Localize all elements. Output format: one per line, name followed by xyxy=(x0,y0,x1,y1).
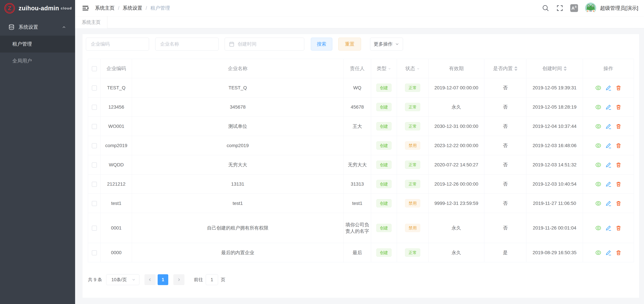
row-checkbox[interactable] xyxy=(92,124,97,129)
avatar[interactable] xyxy=(585,3,596,14)
status-badge: 正常 xyxy=(405,122,420,130)
app-logo[interactable]: Z zuihou-admin cloud xyxy=(0,0,75,16)
company-code-input[interactable] xyxy=(86,38,149,51)
search-button[interactable]: 搜索 xyxy=(311,38,332,51)
page-size-select[interactable]: 10条/页 xyxy=(106,274,140,285)
prev-page-button[interactable] xyxy=(144,274,156,285)
edit-icon[interactable] xyxy=(605,104,612,110)
pagination: 共 9 条 10条/页 1 前往 页 xyxy=(88,274,225,285)
cell-company-code: WQDD xyxy=(101,155,132,174)
fullscreen-icon[interactable] xyxy=(556,5,564,12)
sort-caret-icon[interactable] xyxy=(564,65,567,73)
app-title: zuihou-admin xyxy=(18,5,59,12)
row-actions xyxy=(584,250,632,256)
view-icon[interactable] xyxy=(595,104,601,110)
delete-icon[interactable] xyxy=(616,104,622,110)
cell-created-time: 2019-12-05 18:28:19 xyxy=(526,97,583,117)
cell-validity: 永久 xyxy=(428,243,484,262)
table-row: WO001 测试单位 王大 创建 正常 2030-12-31 00:00:00 … xyxy=(88,117,634,136)
delete-icon[interactable] xyxy=(616,250,622,256)
delete-icon[interactable] xyxy=(616,200,622,206)
app-title-badge: cloud xyxy=(61,6,72,10)
language-icon-sup: 文 xyxy=(575,6,577,9)
edit-icon[interactable] xyxy=(605,250,612,256)
row-checkbox[interactable] xyxy=(92,86,97,91)
edit-icon[interactable] xyxy=(605,225,612,231)
delete-icon[interactable] xyxy=(616,85,622,91)
select-all-checkbox[interactable] xyxy=(92,66,97,71)
breadcrumb-item-home[interactable]: 系统主页 xyxy=(95,5,114,12)
language-icon[interactable]: A文 xyxy=(570,4,578,12)
cell-validity: 9999-12-31 23:59:59 xyxy=(428,194,484,213)
row-actions xyxy=(584,85,632,91)
view-icon[interactable] xyxy=(595,181,601,187)
company-name-input[interactable] xyxy=(155,38,218,51)
cell-company-name: comp2019 xyxy=(132,136,344,155)
col-header-actions: 操作 xyxy=(583,59,634,78)
status-badge: 禁用 xyxy=(405,141,420,150)
status-badge: 正常 xyxy=(405,248,420,257)
current-user-name[interactable]: 超级管理员[演示] xyxy=(600,5,638,12)
filter-arrow-icon[interactable] xyxy=(416,67,420,70)
view-icon[interactable] xyxy=(595,162,601,168)
delete-icon[interactable] xyxy=(616,181,622,187)
table-row: 2121212 13131 31313 创建 正常 2019-12-26 00:… xyxy=(88,174,634,194)
next-page-button[interactable] xyxy=(173,274,184,285)
type-badge: 创建 xyxy=(376,122,392,130)
goto-page-input[interactable] xyxy=(206,274,218,285)
row-checkbox[interactable] xyxy=(92,143,97,148)
type-badge: 创建 xyxy=(376,161,392,169)
tenant-card: 搜索 重置 更多操作 企业编码 企业名称 责 xyxy=(82,34,639,298)
collapse-sidebar-icon[interactable] xyxy=(82,4,89,12)
row-checkbox[interactable] xyxy=(92,250,97,255)
row-checkbox[interactable] xyxy=(92,105,97,110)
row-checkbox[interactable] xyxy=(92,162,97,168)
view-icon[interactable] xyxy=(595,250,601,256)
col-header-status: 状态 xyxy=(405,65,415,72)
sidebar-item-label: 全局用户 xyxy=(12,58,32,64)
cell-created-time: 2019-12-03 16:48:06 xyxy=(526,136,583,155)
row-checkbox[interactable] xyxy=(92,182,97,187)
edit-icon[interactable] xyxy=(605,200,612,206)
reset-button[interactable]: 重置 xyxy=(338,38,361,51)
sidebar-item-global-users[interactable]: 全局用户 xyxy=(0,53,75,69)
edit-icon[interactable] xyxy=(605,162,612,168)
edit-icon[interactable] xyxy=(605,123,612,129)
delete-icon[interactable] xyxy=(616,123,622,129)
filter-arrow-icon[interactable] xyxy=(388,67,391,70)
edit-icon[interactable] xyxy=(605,85,612,91)
sidebar-item-tenant-management[interactable]: 租户管理 xyxy=(0,36,75,53)
view-icon[interactable] xyxy=(595,200,601,206)
view-icon[interactable] xyxy=(595,143,601,149)
create-time-picker xyxy=(224,38,304,51)
delete-icon[interactable] xyxy=(616,225,622,231)
col-header-owner: 责任人 xyxy=(344,59,371,78)
delete-icon[interactable] xyxy=(616,162,622,168)
status-badge: 正常 xyxy=(405,103,420,111)
breadcrumb-item-current: 租户管理 xyxy=(150,5,170,12)
cell-created-time: 2019-12-05 19:39:31 xyxy=(526,78,583,97)
row-checkbox[interactable] xyxy=(92,201,97,206)
more-actions-button[interactable]: 更多操作 xyxy=(370,38,403,51)
cell-created-time: 2019-11-27 11:06:50 xyxy=(526,194,583,213)
breadcrumb-item-system-settings[interactable]: 系统设置 xyxy=(123,5,142,12)
create-time-input[interactable] xyxy=(224,38,304,51)
edit-icon[interactable] xyxy=(605,143,612,149)
edit-icon[interactable] xyxy=(605,181,612,187)
sidebar-group-system-settings[interactable]: 系统设置 xyxy=(0,19,75,36)
cell-builtin: 否 xyxy=(484,174,526,194)
view-icon[interactable] xyxy=(595,85,601,91)
breadcrumb-separator: / xyxy=(146,6,147,11)
page-number-1[interactable]: 1 xyxy=(158,274,168,285)
view-icon[interactable] xyxy=(595,123,601,129)
row-checkbox[interactable] xyxy=(92,226,97,231)
search-icon[interactable] xyxy=(542,5,549,12)
view-icon[interactable] xyxy=(595,225,601,231)
tab-system-home[interactable]: 系统主页 xyxy=(75,16,107,28)
status-badge: 禁用 xyxy=(405,224,420,232)
cell-builtin: 否 xyxy=(484,136,526,155)
cell-owner: 王大 xyxy=(344,117,371,136)
delete-icon[interactable] xyxy=(616,143,622,149)
sort-caret-icon[interactable] xyxy=(514,65,518,73)
cell-validity: 2023-12-22 00:00:00 xyxy=(428,136,484,155)
